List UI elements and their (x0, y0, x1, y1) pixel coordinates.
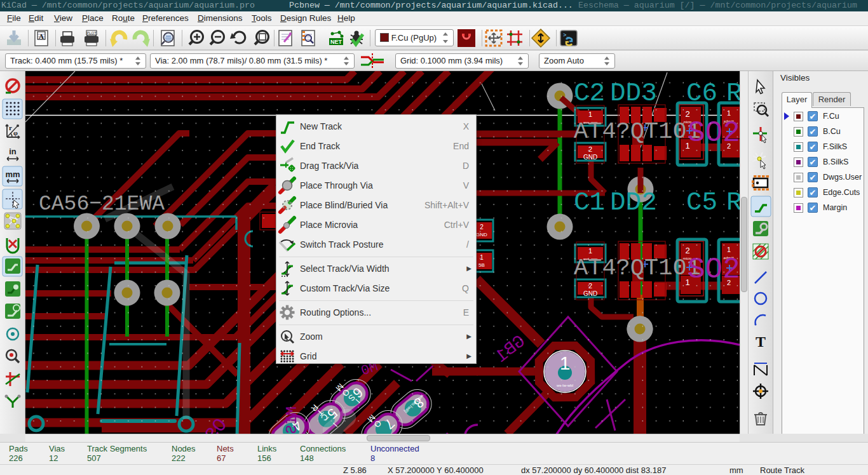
svg-text:A: A (39, 32, 44, 40)
svg-text:φ: φ (13, 129, 18, 137)
svg-text:r: r (9, 124, 12, 131)
svg-text:T: T (756, 333, 766, 350)
svg-text:mm: mm (5, 170, 20, 179)
svg-text:NET: NET (330, 39, 342, 45)
svg-text:in: in (9, 147, 17, 156)
svg-text:PLOT: PLOT (86, 31, 97, 35)
